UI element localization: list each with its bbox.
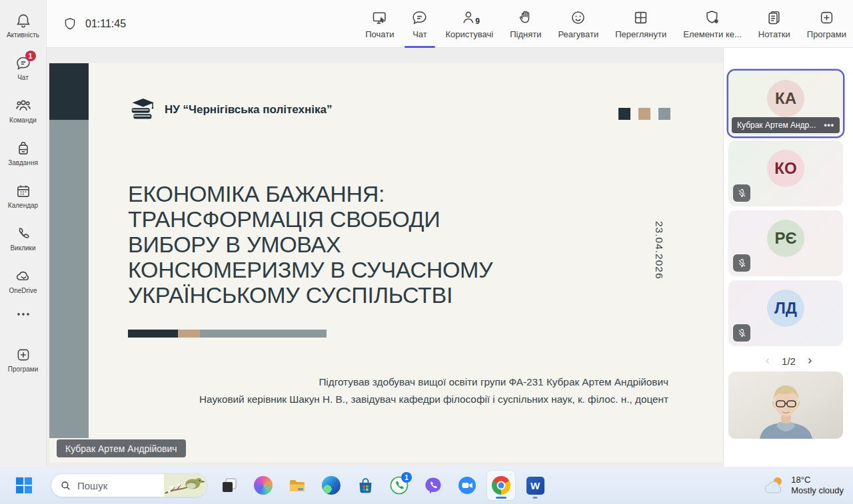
copilot-icon <box>254 476 273 495</box>
participants-panel: КА Кубрак Артем Андр... ••• КО РЄ ЛД 1/2 <box>723 48 853 467</box>
sidebar-item-teams[interactable]: Команди <box>0 92 47 129</box>
raise-hand-icon <box>516 9 534 27</box>
sidebar-item-label: Програми <box>8 366 39 373</box>
university-name: НУ “Чернігівська політехніка” <box>165 103 333 117</box>
bell-icon <box>15 12 32 29</box>
task-view-button[interactable] <box>215 471 243 500</box>
taskbar-search[interactable]: Пошук <box>51 473 207 497</box>
phone-icon <box>15 225 32 242</box>
whatsapp-badge: 1 <box>401 472 412 483</box>
grid-icon <box>632 9 650 27</box>
search-daily-image[interactable] <box>164 473 207 497</box>
slide-accent-dark-block <box>49 63 89 120</box>
calendar-icon <box>15 182 32 200</box>
apps-plus-icon <box>818 9 836 27</box>
windows-logo-icon <box>15 477 33 494</box>
viber-button[interactable] <box>419 471 447 500</box>
app-rail: Активність 1 Чат Команди Завдання Календ… <box>0 0 47 467</box>
shield-gear-icon <box>704 9 722 27</box>
sidebar-item-calendar[interactable]: Календар <box>0 177 47 214</box>
smiley-icon <box>569 9 587 27</box>
file-explorer-button[interactable] <box>283 471 311 500</box>
meeting-timer: 01:11:45 <box>63 17 126 31</box>
microsoft-store-button[interactable] <box>351 471 379 500</box>
control-elements-button[interactable]: Елементи ке... <box>679 0 746 48</box>
weather-widget[interactable]: 18°C Mostly cloudy <box>755 472 850 499</box>
sidebar-item-label: Виклики <box>10 244 35 252</box>
avatar: ЛД <box>767 290 804 327</box>
view-button[interactable]: Переглянути <box>611 0 670 48</box>
participant-name-pill: Кубрак Артем Андр... ••• <box>732 117 840 133</box>
sidebar-item-label: Чат <box>17 74 29 81</box>
shield-icon <box>63 17 77 31</box>
sidebar-item-label: OneDrive <box>9 287 37 294</box>
participants-count: 9 <box>475 17 480 26</box>
microsoft-store-icon <box>357 477 375 495</box>
sidebar-item-chat[interactable]: 1 Чат <box>0 49 47 87</box>
sidebar-item-label: Команди <box>9 117 37 124</box>
apps-button[interactable]: Програми <box>803 0 850 48</box>
sidebar-item-calls[interactable]: Виклики <box>0 220 47 257</box>
backpack-icon <box>15 140 32 157</box>
chat-button[interactable]: Чат <box>407 0 432 48</box>
mic-muted-badge <box>733 324 750 342</box>
palette-square-tan <box>638 108 650 120</box>
word-button[interactable]: W <box>521 471 549 500</box>
sidebar-item-activity[interactable]: Активність <box>0 7 47 44</box>
sidebar-item-onedrive[interactable]: OneDrive <box>0 262 47 300</box>
chat-unread-badge: 1 <box>25 51 36 61</box>
participants-button[interactable]: 9 Користувачі <box>441 0 497 48</box>
mic-muted-badge <box>733 254 750 272</box>
windows-taskbar: Пошук <box>0 467 853 504</box>
running-app-indicator <box>533 497 538 499</box>
raise-hand-button[interactable]: Підняти <box>506 0 545 48</box>
sidebar-item-assignments[interactable]: Завдання <box>0 134 47 172</box>
participant-tile-ka[interactable]: КА Кубрак Артем Андр... ••• <box>728 71 843 136</box>
palette-square-dark <box>618 108 630 120</box>
word-icon: W <box>526 477 544 495</box>
react-button[interactable]: Реагувати <box>554 0 602 48</box>
edge-button[interactable] <box>317 471 345 500</box>
sidebar-item-label: Завдання <box>8 159 38 166</box>
sidebar-item-apps[interactable]: Програми <box>0 341 47 378</box>
chrome-button[interactable] <box>487 471 515 500</box>
slide-palette-squares <box>618 108 670 120</box>
zoom-button[interactable] <box>453 471 481 500</box>
chevron-right-icon[interactable] <box>805 356 814 366</box>
notes-icon <box>765 9 783 27</box>
ellipsis-icon <box>15 311 31 318</box>
taskbar-apps: 1 W <box>215 471 549 500</box>
search-placeholder: Пошук <box>77 480 107 491</box>
copilot-button[interactable] <box>249 471 277 500</box>
participant-video-tile[interactable] <box>728 372 843 439</box>
weather-condition: Mostly cloudy <box>791 485 844 496</box>
edge-icon <box>322 476 341 495</box>
notes-button[interactable]: Нотатки <box>754 0 794 48</box>
avatar: РЄ <box>767 220 804 257</box>
start-share-button[interactable]: Почати <box>361 0 398 48</box>
sidebar-more-button[interactable] <box>0 305 47 324</box>
author-line-1: Підготував здобувач вищої освіти групи Ф… <box>199 374 668 391</box>
timer-value: 01:11:45 <box>85 18 126 30</box>
cloud-icon <box>15 268 32 285</box>
zoom-icon <box>458 476 476 495</box>
participant-tile-ko[interactable]: КО <box>728 140 843 206</box>
weather-temperature: 18°C <box>791 475 844 485</box>
start-button[interactable] <box>11 472 37 499</box>
slide-authors: Підготував здобувач вищої освіти групи Ф… <box>199 374 668 407</box>
whatsapp-button[interactable]: 1 <box>385 471 413 500</box>
page-indicator: 1/2 <box>782 356 796 367</box>
mic-muted-badge <box>733 184 750 202</box>
chrome-icon <box>492 476 510 495</box>
meeting-toolbar: 01:11:45 Почати Чат 9 Користувачі Піднят… <box>47 0 853 48</box>
participant-tile-ld[interactable]: ЛД <box>728 280 843 346</box>
presentation-slide: НУ “Чернігівська політехніка” ЕКОНОМІКА … <box>49 63 723 463</box>
slide-date: 23.04.2026 <box>653 221 665 280</box>
participant-tile-re[interactable]: РЄ <box>728 210 843 276</box>
presenter-name-label: Кубрак Артем Андрійович <box>57 439 186 457</box>
author-line-2: Науковий керівник Шакун Н. В., завідувач… <box>199 391 668 408</box>
books-graduation-icon <box>128 98 156 122</box>
chevron-left-icon[interactable] <box>763 356 772 366</box>
more-options-icon[interactable]: ••• <box>824 121 834 130</box>
search-icon <box>60 480 71 491</box>
